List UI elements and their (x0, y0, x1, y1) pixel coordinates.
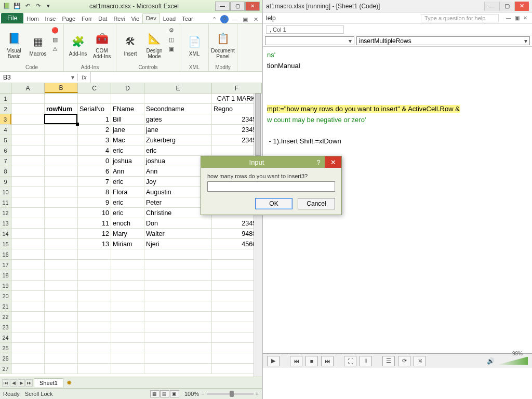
col-header-A[interactable]: A (11, 83, 45, 93)
cell[interactable] (45, 270, 78, 281)
cell[interactable]: 10 (78, 208, 111, 218)
cell[interactable] (45, 114, 78, 125)
vba-maximize-button[interactable]: ▢ (499, 2, 514, 11)
cell[interactable] (11, 239, 45, 249)
ask-question-field[interactable]: Type a question for help (421, 14, 499, 22)
select-all-corner[interactable] (0, 83, 11, 93)
cell[interactable]: Walter (144, 229, 212, 239)
cells-grid[interactable]: CAT 1 MARKSrowNumSerialNoFNameSecondname… (11, 94, 262, 374)
shuffle-icon[interactable]: ⤭ (414, 356, 426, 366)
close-button[interactable]: ✕ (245, 2, 260, 11)
sheet-tab-sheet1[interactable]: Sheet1 (34, 378, 63, 387)
col-header-F[interactable]: F (212, 83, 262, 93)
cell[interactable]: 11 (78, 218, 111, 229)
cell[interactable]: eric (111, 177, 144, 187)
cell[interactable]: 12 (78, 229, 111, 239)
cell[interactable] (111, 260, 144, 270)
cell[interactable]: enoch (111, 218, 144, 229)
cell[interactable] (144, 260, 212, 270)
cell[interactable]: eric (111, 197, 144, 208)
cell[interactable] (11, 125, 45, 135)
row-header[interactable]: 25 (0, 343, 11, 353)
relative-ref-icon[interactable]: ▤ (51, 35, 59, 44)
cell[interactable]: 8 (78, 187, 111, 197)
cell[interactable] (45, 125, 78, 135)
cell[interactable]: 1 (78, 114, 111, 125)
row-header[interactable]: 10 (0, 187, 11, 197)
row-header[interactable]: 15 (0, 239, 11, 249)
cell[interactable] (45, 145, 78, 156)
cell[interactable]: FName (111, 104, 144, 114)
cell[interactable] (45, 332, 78, 343)
dialog-help-icon[interactable]: ? (312, 158, 325, 166)
row-header[interactable]: 16 (0, 249, 11, 260)
stop-icon[interactable]: ■ (305, 356, 318, 366)
row-header[interactable]: 11 (0, 197, 11, 208)
tab-page[interactable]: Page (59, 14, 78, 23)
addins-button[interactable]: 🧩Add-Ins (67, 26, 89, 63)
row-header[interactable]: 3 (0, 114, 11, 125)
cell[interactable]: 2 (78, 125, 111, 135)
cell[interactable] (111, 364, 144, 374)
help-icon[interactable]: ? (220, 15, 229, 23)
cell[interactable] (111, 270, 144, 281)
prev-sheet-icon[interactable]: ◀ (10, 379, 17, 387)
repeat-icon[interactable]: ⟳ (398, 356, 410, 366)
macros-button[interactable]: ▦Macros (27, 26, 49, 63)
cell[interactable] (45, 156, 78, 166)
cell[interactable] (45, 301, 78, 312)
name-box[interactable]: B3▾ (0, 74, 78, 81)
fx-icon[interactable]: fx (78, 74, 90, 81)
cell[interactable]: 7 (78, 177, 111, 187)
cell[interactable] (78, 364, 111, 374)
cell[interactable] (111, 281, 144, 291)
cell[interactable]: 9 (78, 197, 111, 208)
cell[interactable]: Bill (111, 114, 144, 125)
cell[interactable] (11, 114, 45, 125)
cell[interactable]: gates (144, 114, 212, 125)
run-dialog-icon[interactable]: ▣ (167, 45, 176, 53)
file-tab[interactable]: File (1, 13, 23, 23)
document-panel-button[interactable]: 📋Document Panel (212, 26, 234, 63)
cell[interactable] (45, 239, 78, 249)
col-header-E[interactable]: E (144, 83, 212, 93)
name-box-dropdown-icon[interactable]: ▾ (71, 74, 74, 81)
fullscreen-icon[interactable]: ⛶ (344, 356, 356, 366)
equalizer-icon[interactable]: ⦀ (360, 356, 372, 366)
save-icon[interactable]: 💾 (12, 2, 22, 11)
cell[interactable] (11, 218, 45, 229)
cell[interactable] (11, 145, 45, 156)
vba-menu-help[interactable]: lelp (266, 15, 276, 22)
cell[interactable]: Zukerberg (144, 135, 212, 145)
object-combo[interactable]: ▾ (265, 36, 354, 45)
cell[interactable] (111, 312, 144, 322)
cell[interactable] (144, 301, 212, 312)
cell[interactable] (144, 281, 212, 291)
cell[interactable] (11, 270, 45, 281)
cell[interactable] (111, 343, 144, 353)
cell[interactable]: 6 (78, 166, 111, 177)
cell[interactable] (111, 301, 144, 312)
row-header[interactable]: 26 (0, 353, 11, 364)
cell[interactable] (45, 291, 78, 301)
next-sheet-icon[interactable]: ▶ (18, 379, 25, 387)
cell[interactable] (45, 187, 78, 197)
cell[interactable]: rowNum (45, 104, 78, 114)
row-header[interactable]: 14 (0, 229, 11, 239)
tab-formulas[interactable]: Forr (78, 14, 95, 23)
undo-icon[interactable]: ↶ (23, 2, 32, 11)
cell[interactable]: 13 (78, 239, 111, 249)
cell[interactable] (111, 291, 144, 301)
cell[interactable] (144, 353, 212, 364)
cell[interactable] (78, 312, 111, 322)
cell[interactable]: Don (144, 218, 212, 229)
cell[interactable]: SerialNo (78, 104, 111, 114)
page-layout-icon[interactable]: ▤ (160, 390, 169, 397)
play-button[interactable]: ▶ (267, 356, 280, 366)
com-addins-button[interactable]: 🧰COM Add-Ins (91, 26, 113, 63)
cell[interactable] (11, 291, 45, 301)
cell[interactable] (45, 197, 78, 208)
tab-home[interactable]: Hom (23, 14, 42, 23)
cell[interactable] (78, 260, 111, 270)
row-header[interactable]: 1 (0, 94, 11, 104)
